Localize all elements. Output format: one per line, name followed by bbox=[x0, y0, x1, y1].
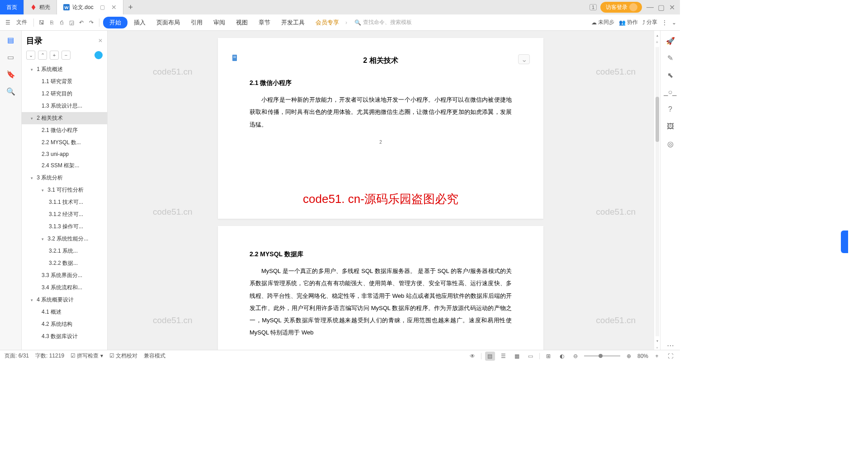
outline-item[interactable]: 2.3 uni-app bbox=[22, 149, 107, 160]
outline-item[interactable]: 3.2.1 系统... bbox=[22, 245, 107, 257]
close-tab-icon[interactable]: ✕ bbox=[111, 4, 117, 11]
outline-item[interactable]: 2.4 SSM 框架... bbox=[22, 160, 107, 172]
outline-icon[interactable]: ▤ bbox=[6, 35, 15, 44]
preview-icon[interactable]: ◲ bbox=[67, 19, 75, 27]
pencil-icon[interactable]: ✎ bbox=[666, 53, 675, 62]
outline-item[interactable]: 3.1.1 技术可... bbox=[22, 196, 107, 208]
file-menu[interactable]: 文件 bbox=[14, 17, 30, 28]
scroll-thumb[interactable] bbox=[656, 97, 659, 142]
collab-button[interactable]: 👥 协作 bbox=[619, 19, 638, 26]
scroll-down-icon[interactable]: ▾ bbox=[656, 339, 658, 343]
add-tool-icon[interactable]: + bbox=[652, 352, 662, 361]
menu-review[interactable]: 审阅 bbox=[209, 17, 230, 28]
outline-item[interactable]: 2.2 MYSQL 数... bbox=[22, 136, 107, 149]
zoom-level[interactable]: 80% bbox=[637, 353, 648, 359]
print-layout-icon[interactable]: ▭ bbox=[526, 352, 536, 361]
page-collapse-icon[interactable]: ⌄ bbox=[518, 54, 530, 64]
spell-check[interactable]: ☑ 拼写检查 ▾ bbox=[71, 352, 103, 360]
clipboard-icon[interactable]: ▭ bbox=[6, 52, 15, 61]
web-view-icon[interactable]: ▦ bbox=[512, 352, 522, 361]
tab-docer[interactable]: 稻壳 bbox=[24, 0, 57, 14]
expand-all-icon[interactable]: ⌃ bbox=[38, 51, 47, 60]
close-window-icon[interactable]: ✕ bbox=[667, 3, 676, 12]
redo-icon[interactable]: ↷ bbox=[87, 19, 95, 27]
find-icon[interactable]: 🔍 bbox=[6, 87, 15, 96]
add-level-icon[interactable]: + bbox=[50, 51, 59, 60]
outline-view-icon[interactable]: ☰ bbox=[499, 352, 509, 361]
print-icon[interactable]: ⎙ bbox=[57, 19, 66, 27]
zoom-in-icon[interactable]: ⊕ bbox=[624, 352, 634, 361]
scroll-up-icon[interactable]: ▴ bbox=[656, 33, 658, 38]
outline-item[interactable]: 2.1 微信小程序 bbox=[22, 124, 107, 136]
outline-item[interactable]: 3.1.2 经济可... bbox=[22, 208, 107, 221]
hamburger-icon[interactable]: ☰ bbox=[4, 19, 12, 27]
read-mode-icon[interactable]: 👁 bbox=[467, 352, 477, 361]
outline-item[interactable]: ▾ 4 系统概要设计 bbox=[22, 294, 107, 306]
compat-mode[interactable]: 兼容模式 bbox=[144, 352, 165, 360]
document-proof[interactable]: ☑ 文档校对 bbox=[109, 352, 137, 360]
tab-home[interactable]: 首页 bbox=[0, 0, 24, 14]
minimize-icon[interactable]: — bbox=[646, 3, 655, 12]
rocket-icon[interactable]: 🚀 bbox=[666, 36, 675, 45]
more-tools-icon[interactable]: ⋯ bbox=[666, 341, 675, 350]
notification-badge[interactable]: 1 bbox=[590, 4, 597, 10]
menu-view[interactable]: 视图 bbox=[231, 17, 252, 28]
undo-icon[interactable]: ↶ bbox=[77, 19, 85, 27]
outline-item[interactable]: 3.1.3 操作可... bbox=[22, 221, 107, 233]
dark-mode-icon[interactable]: ◐ bbox=[557, 352, 567, 361]
settings-slider-icon[interactable]: ⎯○⎯ bbox=[666, 88, 675, 97]
outline-item[interactable]: 4.3 数据库设计 bbox=[22, 330, 107, 343]
outline-item[interactable]: 4.2 系统结构 bbox=[22, 318, 107, 330]
outline-item[interactable]: 3.2.2 数据... bbox=[22, 257, 107, 269]
menu-section[interactable]: 章节 bbox=[254, 17, 275, 28]
menu-dev[interactable]: 开发工具 bbox=[277, 17, 309, 28]
menu-insert[interactable]: 插入 bbox=[129, 17, 150, 28]
word-count[interactable]: 字数: 11219 bbox=[35, 352, 64, 360]
page-tool-icon[interactable] bbox=[231, 54, 239, 61]
page-counter[interactable]: 页面: 6/31 bbox=[5, 352, 29, 360]
menu-start[interactable]: 开始 bbox=[103, 17, 127, 28]
outline-settings-icon[interactable] bbox=[94, 51, 103, 59]
document-canvas[interactable]: code51.cn code51.cn code51.cn code51.cn … bbox=[108, 31, 654, 350]
menu-member[interactable]: 会员专享 bbox=[311, 17, 344, 28]
collapse-ribbon-icon[interactable]: ⌄ bbox=[672, 19, 676, 26]
grid-icon[interactable]: ⊞ bbox=[543, 352, 553, 361]
outline-item[interactable]: ▾ 3 系统分析 bbox=[22, 172, 107, 184]
outline-item[interactable]: ▾ 3.1 可行性分析 bbox=[22, 184, 107, 196]
share-button[interactable]: ⤴ 分享 bbox=[642, 19, 657, 26]
cursor-icon[interactable]: ⬉ bbox=[666, 71, 675, 80]
outline-item[interactable]: 3.3 系统界面分... bbox=[22, 269, 107, 282]
menu-reference[interactable]: 引用 bbox=[186, 17, 207, 28]
help-icon[interactable]: ? bbox=[666, 105, 675, 114]
new-tab-button[interactable]: + bbox=[123, 0, 138, 14]
outline-item[interactable]: 1.1 研究背景 bbox=[22, 75, 107, 88]
remove-level-icon[interactable]: − bbox=[61, 51, 71, 60]
outline-item[interactable]: 1.2 研究目的 bbox=[22, 88, 107, 100]
tab-document[interactable]: W 论文.doc ▢ ✕ bbox=[57, 0, 123, 14]
search-box[interactable]: 🔍 查找命令、搜索模板 bbox=[354, 19, 412, 26]
export-icon[interactable]: ⎘ bbox=[47, 19, 56, 27]
outline-item[interactable]: ▾ 1 系统概述 bbox=[22, 63, 107, 75]
mini-scrollbar[interactable]: ▴ ≡ ▾ + bbox=[654, 31, 660, 350]
zoom-out-icon[interactable]: ⊖ bbox=[571, 352, 580, 361]
save-icon[interactable]: 🖫 bbox=[38, 19, 46, 27]
outline-item[interactable]: 3.4 系统流程和... bbox=[22, 282, 107, 294]
guest-login-button[interactable]: 访客登录 bbox=[600, 2, 642, 13]
fullscreen-icon[interactable]: ⛶ bbox=[665, 352, 675, 361]
zoom-slider[interactable] bbox=[584, 355, 620, 357]
outline-item[interactable]: ▾ 3.2 系统性能分... bbox=[22, 233, 107, 245]
image-icon[interactable]: 🖼 bbox=[666, 122, 675, 131]
page-view-icon[interactable]: ▤ bbox=[485, 352, 495, 361]
maximize-icon[interactable]: ▢ bbox=[656, 3, 665, 12]
more-icon[interactable]: ⋮ bbox=[662, 19, 667, 26]
outline-item[interactable]: 4.1 概述 bbox=[22, 306, 107, 318]
outline-item[interactable]: 1.3 系统设计思... bbox=[22, 100, 107, 112]
menu-layout[interactable]: 页面布局 bbox=[152, 17, 184, 28]
bookmark-icon[interactable]: 🔖 bbox=[6, 70, 15, 79]
close-outline-icon[interactable]: ✕ bbox=[98, 38, 103, 44]
window-icon[interactable]: ▢ bbox=[100, 4, 105, 10]
target-icon[interactable]: ◎ bbox=[666, 139, 675, 148]
collapse-all-icon[interactable]: ⌄ bbox=[26, 51, 35, 60]
sync-button[interactable]: ☁ 未同步 bbox=[591, 19, 614, 26]
outline-item[interactable]: ▾ 2 相关技术 bbox=[22, 112, 107, 124]
